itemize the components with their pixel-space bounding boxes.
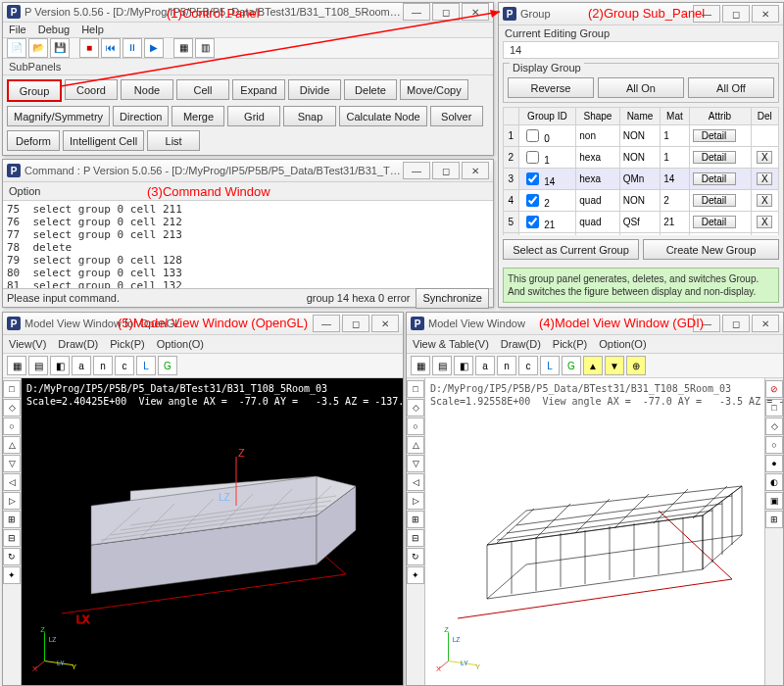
- vtool-icon[interactable]: ◇: [3, 399, 21, 416]
- tool-icon[interactable]: a: [475, 356, 495, 375]
- divide-button[interactable]: Divide: [288, 79, 341, 100]
- group-checkbox[interactable]: [526, 151, 539, 164]
- vtool-icon[interactable]: ▣: [765, 492, 783, 510]
- titlebar[interactable]: P Command : P Version 5.0.56 - [D:/MyPro…: [3, 160, 493, 182]
- tool-icon[interactable]: L: [540, 356, 560, 375]
- minimize-icon[interactable]: —: [403, 3, 430, 21]
- vtool-icon[interactable]: ⊞: [765, 511, 783, 528]
- select-current-button[interactable]: Select as Current Group: [503, 239, 639, 260]
- tool-icon[interactable]: ▦: [7, 356, 26, 375]
- open-icon[interactable]: 📂: [28, 38, 48, 58]
- vtool-icon[interactable]: ◁: [3, 473, 21, 491]
- delete-row-button[interactable]: X: [757, 151, 772, 164]
- menu-option[interactable]: Option: [9, 185, 40, 197]
- vtool-icon[interactable]: ◁: [407, 473, 424, 491]
- coord-button[interactable]: Coord: [65, 79, 118, 100]
- group-button[interactable]: Group: [7, 79, 62, 102]
- table-row[interactable]: 1 0nonNON1Detail: [504, 125, 779, 147]
- table-row[interactable]: 3 14hexaQMn14DetailX: [504, 169, 779, 190]
- close-icon[interactable]: ✕: [462, 162, 489, 179]
- vtool-icon[interactable]: △: [3, 436, 21, 454]
- reverse-button[interactable]: Reverse: [508, 77, 594, 98]
- detail-button[interactable]: Detail: [693, 216, 736, 228]
- delete-row-button[interactable]: X: [757, 172, 772, 185]
- new-icon[interactable]: 📄: [7, 38, 26, 58]
- vtool-icon[interactable]: ▷: [407, 492, 424, 510]
- delete-row-button[interactable]: X: [757, 194, 772, 207]
- minimize-icon[interactable]: —: [693, 315, 720, 332]
- tool-icon[interactable]: ◧: [454, 356, 473, 375]
- synchronize-button[interactable]: Synchronize: [416, 288, 489, 309]
- tool-icon[interactable]: ▦: [411, 356, 430, 375]
- maximize-icon[interactable]: ◻: [722, 315, 750, 332]
- play-icon[interactable]: ▶: [144, 38, 164, 58]
- group-checkbox[interactable]: [526, 129, 539, 142]
- direction-button[interactable]: Direction: [113, 106, 169, 126]
- vtool-icon[interactable]: ▷: [3, 492, 21, 510]
- tool-icon[interactable]: c: [115, 356, 134, 375]
- vtool-icon[interactable]: □: [3, 380, 21, 398]
- vtool-icon[interactable]: ↻: [407, 548, 424, 565]
- menu-draw[interactable]: Draw(D): [501, 338, 541, 350]
- maximize-icon[interactable]: ◻: [342, 315, 369, 332]
- list-button[interactable]: List: [147, 130, 200, 151]
- minimize-icon[interactable]: —: [403, 162, 430, 179]
- maximize-icon[interactable]: ◻: [432, 3, 460, 21]
- tool-icon[interactable]: n: [497, 356, 516, 375]
- solver-button[interactable]: Solver: [430, 106, 483, 126]
- minimize-icon[interactable]: —: [313, 315, 340, 332]
- tool-icon[interactable]: ◧: [50, 356, 70, 375]
- node-button[interactable]: Node: [121, 79, 173, 100]
- allon-button[interactable]: All On: [598, 77, 684, 98]
- alloff-button[interactable]: All Off: [688, 77, 774, 98]
- vtool-icon[interactable]: ●: [765, 455, 783, 472]
- menu-pick[interactable]: Pick(P): [110, 338, 144, 350]
- vtool-icon[interactable]: ✦: [3, 566, 21, 584]
- table-row[interactable]: 4 2quadNON2DetailX: [504, 190, 779, 212]
- group-checkbox[interactable]: [526, 172, 539, 185]
- vtool-icon[interactable]: ⊟: [407, 529, 424, 547]
- viewport-3d[interactable]: □◇○△▽◁▷⊞⊟↻✦ ⊘□◇○●◐▣⊞ D:/MyProg/IP5/P5B/P…: [407, 378, 783, 685]
- tool-icon[interactable]: ▤: [432, 356, 452, 375]
- menu-viewtable[interactable]: View & Table(V): [413, 338, 489, 350]
- tool-icon[interactable]: ▼: [605, 356, 624, 375]
- table-row[interactable]: 6 22quadQSf22DetailX: [504, 233, 779, 236]
- detail-button[interactable]: Detail: [693, 194, 736, 207]
- vtool-icon[interactable]: ▽: [407, 455, 424, 472]
- tool-icon[interactable]: ▲: [583, 356, 603, 375]
- vtool-icon[interactable]: □: [407, 380, 424, 398]
- vtool-icon[interactable]: ◇: [765, 417, 783, 435]
- create-new-button[interactable]: Create New Group: [643, 239, 779, 260]
- tool-icon[interactable]: G: [562, 356, 581, 375]
- vtool-icon[interactable]: ▽: [3, 455, 21, 472]
- maximize-icon[interactable]: ◻: [432, 162, 460, 179]
- tool-icon[interactable]: G: [158, 356, 177, 375]
- tool-icon[interactable]: a: [72, 356, 91, 375]
- tool-icon[interactable]: c: [518, 356, 538, 375]
- maximize-icon[interactable]: ◻: [722, 5, 750, 23]
- vtool-icon[interactable]: ◇: [407, 399, 424, 416]
- vtool-icon[interactable]: ↻: [3, 548, 21, 565]
- snap-button[interactable]: Snap: [283, 106, 336, 126]
- menu-draw[interactable]: Draw(D): [58, 338, 98, 350]
- pause-icon[interactable]: ⏸: [122, 38, 142, 58]
- group-checkbox[interactable]: [526, 194, 539, 207]
- titlebar[interactable]: P Group — ◻ ✕: [499, 3, 783, 25]
- cell-button[interactable]: Cell: [176, 79, 229, 100]
- grid-button[interactable]: Grid: [227, 106, 280, 126]
- minimize-icon[interactable]: —: [693, 5, 720, 23]
- vtool-icon[interactable]: ⊟: [3, 529, 21, 547]
- stop-icon[interactable]: ■: [79, 38, 99, 58]
- menu-option[interactable]: Option(O): [599, 338, 646, 350]
- menu-pick[interactable]: Pick(P): [553, 338, 587, 350]
- intellcell-button[interactable]: Intelligent Cell: [63, 130, 144, 151]
- menu-file[interactable]: File: [9, 24, 26, 35]
- menu-help[interactable]: Help: [81, 24, 104, 35]
- titlebar[interactable]: P Model View Window for OpenGL — ◻ ✕: [3, 313, 403, 335]
- vtool-icon[interactable]: ✦: [407, 566, 424, 584]
- table-row[interactable]: 2 1hexaNON1DetailX: [504, 147, 779, 169]
- vtool-icon[interactable]: △: [407, 436, 424, 454]
- close-icon[interactable]: ✕: [462, 3, 489, 21]
- deform-button[interactable]: Deform: [7, 130, 60, 151]
- expand-button[interactable]: Expand: [232, 79, 285, 100]
